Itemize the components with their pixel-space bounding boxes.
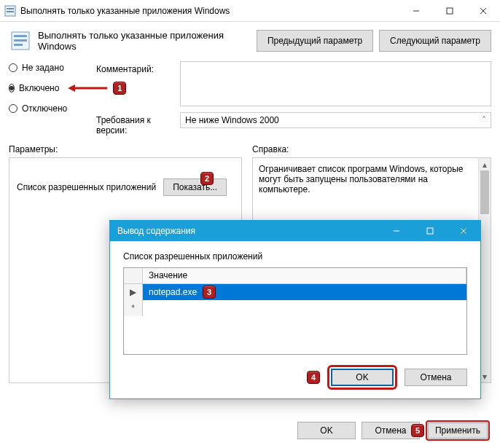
help-section-label: Справка: <box>252 144 289 154</box>
svg-rect-9 <box>14 39 27 42</box>
window-controls <box>399 0 500 21</box>
svg-marker-12 <box>68 85 75 92</box>
params-section-label: Параметры: <box>9 144 242 154</box>
dialog-maximize-button[interactable] <box>413 221 447 241</box>
row-indicator-icon: ▶ <box>124 284 143 300</box>
new-row-icon: * <box>124 300 143 316</box>
callout-badge-3: 3 <box>203 286 216 299</box>
help-text: Ограничивает список программ Windows, ко… <box>259 164 485 194</box>
scroll-up-icon[interactable]: ▴ <box>479 158 491 170</box>
window-title: Выполнять только указанные приложения Wi… <box>20 6 399 16</box>
grid-corner <box>124 268 143 283</box>
footer-buttons: OK Отмена 5 Применить <box>297 420 490 441</box>
svg-rect-14 <box>427 228 433 234</box>
dialog-ok-button[interactable]: OK <box>331 369 394 386</box>
close-button[interactable] <box>466 0 500 21</box>
show-contents-dialog: Вывод содержания Список разрешенных прил… <box>109 220 481 399</box>
comment-label: Комментарий: <box>96 61 173 74</box>
allowed-apps-label: Список разрешенных приложений <box>17 182 156 192</box>
window-titlebar: Выполнять только указанные приложения Wi… <box>0 0 500 22</box>
radio-disabled[interactable]: Отключено <box>9 103 82 114</box>
radio-label: Отключено <box>22 103 67 114</box>
show-button[interactable]: Показать... <box>163 178 227 196</box>
svg-rect-8 <box>14 35 27 37</box>
comment-field[interactable] <box>180 61 491 106</box>
requirements-field: Не ниже Windows 2000 ˄ <box>180 112 491 128</box>
svg-rect-10 <box>14 44 23 46</box>
header-icon <box>9 29 32 52</box>
radio-enabled[interactable]: Включено 1 <box>9 82 82 95</box>
chevron-up-icon: ˄ <box>482 115 486 125</box>
radio-label: Включено <box>19 83 59 93</box>
ok-button[interactable]: OK <box>297 422 356 439</box>
callout-badge-5: 5 <box>411 424 424 437</box>
apply-button[interactable]: Применить <box>428 423 488 439</box>
svg-rect-4 <box>447 8 453 14</box>
state-radio-group: Не задано Включено 1 Отключено <box>9 61 82 135</box>
values-grid[interactable]: Значение ▶ notepad.exe 3 * <box>123 267 467 355</box>
dialog-subtitle: Список разрешенных приложений <box>123 251 467 262</box>
dialog-cancel-button[interactable]: Отмена <box>405 369 467 386</box>
dialog-titlebar: Вывод содержания <box>110 221 480 241</box>
requirements-label: Требования к версии: <box>96 112 173 135</box>
radio-not-configured[interactable]: Не задано <box>9 63 82 73</box>
svg-rect-2 <box>7 11 14 12</box>
dialog-minimize-button[interactable] <box>380 221 413 241</box>
next-setting-button[interactable]: Следующий параметр <box>379 30 491 52</box>
callout-badge-4: 4 <box>307 371 320 384</box>
dialog-title: Вывод содержания <box>117 226 380 236</box>
minimize-button[interactable] <box>399 0 433 21</box>
scroll-thumb[interactable] <box>480 170 489 214</box>
page-title: Выполнять только указанные приложения Wi… <box>38 30 251 52</box>
grid-row-new[interactable]: * <box>124 300 466 316</box>
grid-cell-empty[interactable] <box>143 300 466 316</box>
policy-icon <box>4 5 16 17</box>
dialog-ok-highlight: OK <box>327 365 397 390</box>
grid-cell-value[interactable]: notepad.exe <box>149 287 197 297</box>
svg-rect-1 <box>7 8 14 9</box>
maximize-button[interactable] <box>433 0 466 21</box>
radio-label: Не задано <box>22 63 64 73</box>
grid-column-header[interactable]: Значение <box>143 268 466 283</box>
callout-badge-2: 2 <box>200 172 214 185</box>
grid-row-selected[interactable]: ▶ notepad.exe 3 <box>124 284 466 300</box>
prev-setting-button[interactable]: Предыдущий параметр <box>257 30 373 52</box>
requirements-value: Не ниже Windows 2000 <box>185 115 279 125</box>
dialog-close-button[interactable] <box>447 221 480 241</box>
apply-button-highlighted: Применить <box>426 420 490 441</box>
